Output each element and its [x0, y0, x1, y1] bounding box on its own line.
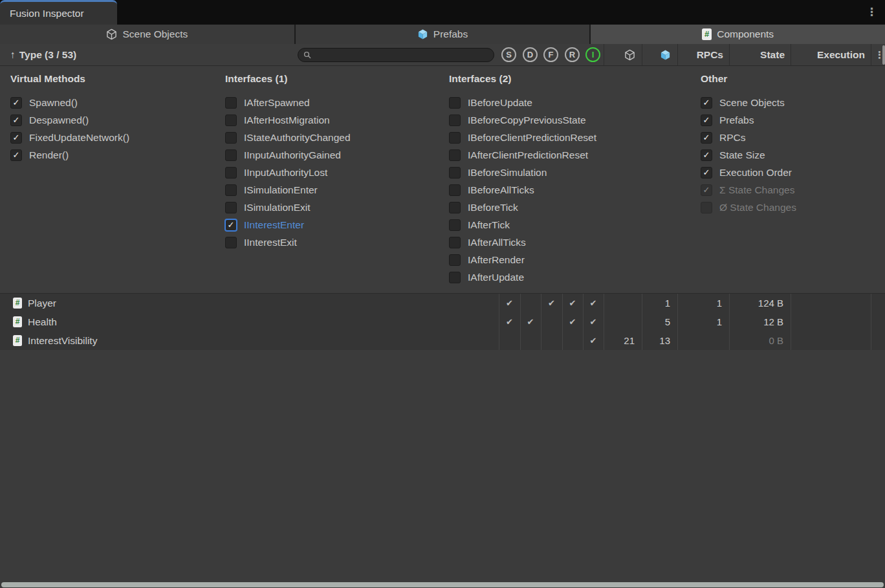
flag-filter-button-f[interactable]: F [543, 47, 558, 62]
search-box[interactable] [298, 48, 494, 62]
horizontal-scrollbar[interactable] [1, 582, 884, 587]
checkbox-icon [449, 184, 461, 196]
checkbox-checked-icon: ✓ [10, 149, 22, 161]
filter-checkbox-fixedupdatenetwork[interactable]: ✓FixedUpdateNetwork() [10, 129, 129, 146]
execution-cell [791, 331, 871, 350]
column-header-execution[interactable]: Execution [791, 44, 871, 66]
checkbox-checked-icon: ✓ [10, 97, 22, 109]
filter-checkbox-state-changes[interactable]: Ø State Changes [701, 199, 796, 216]
filter-checkbox-iinterestenter[interactable]: ✓IInterestEnter [225, 216, 351, 234]
filter-checkbox-iafterhostmigration[interactable]: IAfterHostMigration [225, 111, 351, 129]
fusion-inspector-window: Fusion Inspector ⋮ Scene ObjectsPrefabs#… [0, 0, 885, 588]
filter-checkbox-state-size[interactable]: ✓State Size [701, 146, 796, 164]
tab-label: Scene Objects [122, 28, 188, 40]
checkbox-label: IAfterUpdate [468, 272, 524, 283]
filter-checkbox-isimulationexit[interactable]: ISimulationExit [225, 199, 351, 216]
flag-cell-checked: ✔ [562, 294, 583, 312]
execution-cell [791, 312, 871, 331]
prefabs-cell: 5 [642, 312, 677, 331]
flag-cell-checked: ✔ [583, 294, 604, 312]
search-input[interactable] [315, 50, 488, 61]
filter-checkbox-prefabs[interactable]: ✓Prefabs [701, 111, 796, 129]
scene-objects-cell [604, 312, 642, 331]
component-row-interestvisibility[interactable]: #InterestVisibility✔21130 B [0, 331, 885, 350]
flag-cell [562, 331, 583, 350]
tab-label: Components [717, 28, 774, 40]
flag-cell [541, 312, 562, 331]
filter-checkbox-iafterclientpredictionreset[interactable]: IAfterClientPredictionReset [449, 146, 596, 164]
filter-checkbox-iinputauthoritylost[interactable]: IInputAuthorityLost [225, 164, 351, 181]
scene-objects-toggle-button[interactable] [623, 49, 636, 61]
checkbox-icon [449, 237, 461, 248]
checkbox-checked-icon: ✓ [701, 184, 712, 196]
filter-checkbox-iinterestexit[interactable]: IInterestExit [225, 234, 351, 251]
checkbox-icon [701, 202, 712, 213]
sort-label: Type (3 / 53) [19, 49, 76, 61]
component-row-player[interactable]: #Player✔✔✔✔11124 B [0, 294, 885, 312]
flag-filter-button-i[interactable]: I [585, 47, 600, 62]
script-hash-icon: # [13, 335, 22, 346]
filter-checkbox-iinputauthoritygained[interactable]: IInputAuthorityGained [225, 146, 351, 164]
filter-checkbox-iafterspawned[interactable]: IAfterSpawned [225, 94, 351, 111]
filter-column-interfaces-1: Interfaces (1)IAfterSpawnedIAfterHostMig… [225, 67, 351, 251]
filter-checkbox-ibeforeallticks[interactable]: IBeforeAllTicks [449, 181, 596, 199]
filter-checkbox-despawned[interactable]: ✓Despawned() [10, 111, 129, 129]
filter-checkbox-rpcs[interactable]: ✓RPCs [701, 129, 796, 146]
checkbox-label: IAfterTick [468, 219, 510, 231]
checkbox-label: IInterestExit [244, 237, 297, 248]
checkbox-label: Σ State Changes [719, 184, 794, 196]
checkbox-checked-icon: ✓ [10, 132, 22, 144]
prefabs-cell: 1 [642, 294, 677, 312]
tab-strip: Scene ObjectsPrefabs#Components [0, 25, 885, 44]
filter-checkbox-iafterupdate[interactable]: IAfterUpdate [449, 268, 596, 286]
filter-checkbox-ibeforetick[interactable]: IBeforeTick [449, 199, 596, 216]
state-cell: 124 B [729, 294, 791, 312]
filter-checkbox-state-changes[interactable]: ✓Σ State Changes [701, 181, 796, 199]
window-tab-title: Fusion Inspector [10, 8, 84, 19]
column-header-state[interactable]: State [729, 44, 791, 66]
execution-cell [791, 294, 871, 312]
checkbox-label: IAfterRender [468, 254, 525, 266]
column-header-rpcs[interactable]: RPCs [677, 44, 729, 66]
tab-prefabs[interactable]: Prefabs [296, 25, 590, 44]
flag-cell-checked: ✔ [499, 294, 520, 312]
filter-checkbox-spawned[interactable]: ✓Spawned() [10, 94, 129, 111]
component-name: Health [28, 316, 57, 328]
flag-cell [499, 331, 520, 350]
type-sort-header[interactable]: ↑ Type (3 / 53) [10, 44, 76, 66]
checkbox-label: Render() [29, 149, 69, 161]
flag-cell-checked: ✔ [583, 331, 604, 350]
tab-components[interactable]: #Components [591, 25, 885, 44]
filter-column-title: Other [701, 73, 796, 85]
filter-checkbox-iafterallticks[interactable]: IAfterAllTicks [449, 234, 596, 251]
checkbox-label: Despawned() [29, 114, 89, 126]
filter-checkbox-render[interactable]: ✓Render() [10, 146, 129, 164]
flag-filter-button-d[interactable]: D [523, 47, 538, 62]
filter-checkbox-ibeforesimulation[interactable]: IBeforeSimulation [449, 164, 596, 181]
filter-checkbox-isimulationenter[interactable]: ISimulationEnter [225, 181, 351, 199]
flag-filter-button-r[interactable]: R [565, 47, 580, 62]
filter-checkbox-iafterrender[interactable]: IAfterRender [449, 251, 596, 268]
flag-filter-button-s[interactable]: S [501, 47, 516, 62]
checkbox-icon [449, 167, 461, 179]
filter-checkbox-ibeforecopypreviousstate[interactable]: IBeforeCopyPreviousState [449, 111, 596, 129]
filter-checkbox-execution-order[interactable]: ✓Execution Order [701, 164, 796, 181]
filter-checkbox-ibeforeupdate[interactable]: IBeforeUpdate [449, 94, 596, 111]
component-name-cell: #InterestVisibility [13, 331, 97, 350]
filter-checkbox-ibeforeclientpredictionreset[interactable]: IBeforeClientPredictionReset [449, 129, 596, 146]
tab-scene-objects[interactable]: Scene Objects [0, 25, 294, 44]
kebab-vertical-icon[interactable]: ⋮ [866, 5, 877, 20]
window-tab[interactable]: Fusion Inspector [0, 0, 117, 25]
filter-checkbox-istateauthoritychanged[interactable]: IStateAuthorityChanged [225, 129, 351, 146]
filter-checkbox-scene-objects[interactable]: ✓Scene Objects [701, 94, 796, 111]
checkbox-label: State Size [719, 149, 765, 161]
script-hash-icon: # [13, 298, 22, 309]
vertical-scrollbar[interactable] [882, 45, 885, 65]
prefabs-toggle-button[interactable] [659, 49, 672, 61]
component-name-cell: #Player [13, 294, 56, 312]
checkbox-label: IBeforeClientPredictionReset [468, 132, 596, 144]
component-row-health[interactable]: #Health✔✔✔✔5112 B [0, 312, 885, 331]
filter-checkbox-iaftertick[interactable]: IAfterTick [449, 216, 596, 234]
checkbox-checked-icon: ✓ [10, 114, 22, 126]
checkbox-label: IBeforeCopyPreviousState [468, 114, 586, 126]
